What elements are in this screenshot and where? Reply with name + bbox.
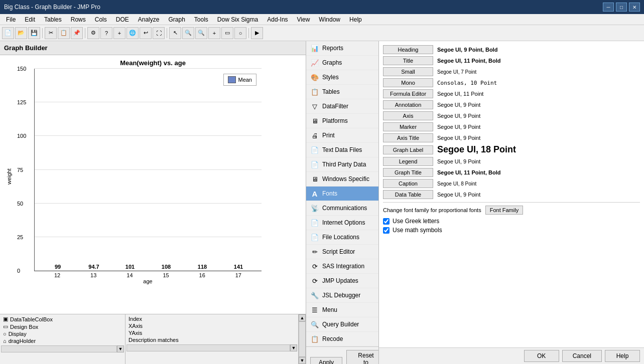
toolbar-sep4 — [248, 28, 249, 38]
menu-cols[interactable]: Cols — [91, 15, 111, 24]
sidebar-item-datafilter[interactable]: ▽ DataFilter — [306, 99, 378, 114]
formulaeditor-font-button[interactable]: Formula Editor — [383, 89, 433, 98]
sidebar-item-textdatafiles[interactable]: 📄 Text Data Files — [306, 143, 378, 157]
toolbar-btn5[interactable]: ⚙ — [87, 27, 99, 39]
bar-group-14: 101 — [116, 264, 144, 271]
help-button[interactable]: Help — [605, 350, 640, 362]
toolbar-cut[interactable]: ✂ — [45, 27, 57, 39]
toolbar-zoom-in[interactable]: 🔍 — [182, 27, 194, 39]
sidebar-item-internetoptions[interactable]: 📄 Internet Options — [306, 216, 378, 230]
sidebar-item-reports[interactable]: 📊 Reports — [306, 41, 378, 56]
sidebar-item-jmpupdates[interactable]: ⟳ JMP Updates — [306, 274, 378, 288]
sidebar-item-graphs-label: Graphs — [322, 59, 342, 66]
toolbar-crosshair[interactable]: + — [208, 27, 220, 39]
sidebar-item-sasintegration[interactable]: ⟳ SAS Integration — [306, 259, 378, 274]
sidebar-item-styles[interactable]: 🎨 Styles — [306, 70, 378, 85]
scroll-down-right[interactable]: ▼ — [290, 344, 297, 351]
horizontal-scrollbar-right[interactable] — [126, 344, 290, 351]
ok-button[interactable]: OK — [524, 350, 559, 362]
menu-dowsixsigma[interactable]: Dow Six Sigma — [213, 15, 262, 24]
datatable-font-button[interactable]: Data Table — [383, 190, 433, 199]
menu-file[interactable]: File — [2, 15, 20, 24]
axis-font-display: Segoe UI, 9 Point — [437, 113, 480, 119]
toolbar-paste[interactable]: 📌 — [71, 27, 83, 39]
axistitle-font-button[interactable]: Axis Title — [383, 133, 433, 142]
graphtitle-font-button[interactable]: Graph Title — [383, 168, 433, 177]
sidebar-item-fonts[interactable]: A Fonts — [306, 187, 378, 201]
scroll-up[interactable]: ▲ — [299, 314, 306, 321]
maximize-button[interactable]: □ — [616, 3, 627, 12]
list-item-designbox[interactable]: ▭ Design Box — [1, 323, 124, 330]
menu-graph[interactable]: Graph — [164, 15, 189, 24]
sidebar-item-recode[interactable]: 📋 Recode — [306, 332, 378, 346]
menu-analyze[interactable]: Analyze — [134, 15, 164, 24]
bar-value-12: 99 — [55, 264, 61, 270]
menu-doe[interactable]: DOE — [112, 15, 133, 24]
caption-font-button[interactable]: Caption — [383, 179, 433, 188]
horizontal-scrollbar[interactable] — [1, 345, 117, 352]
close-button[interactable]: ✕ — [629, 3, 640, 12]
sidebar-item-tables[interactable]: 📋 Tables — [306, 85, 378, 99]
list-item-datatablecolbox[interactable]: ▣ DataTableColBox — [1, 315, 124, 323]
reset-to-defaults-button[interactable]: Reset to Defaults — [346, 350, 379, 364]
bottom-panel: ▣ DataTableColBox ▭ Design Box ○ Display… — [0, 314, 306, 364]
font-row-caption: Caption Segoe UI, 8 Point — [383, 179, 640, 188]
cancel-button[interactable]: Cancel — [562, 350, 602, 362]
list-item-dragholder[interactable]: ⌂ dragHolder — [1, 337, 124, 344]
bar-value-17: 141 — [234, 264, 243, 270]
heading-font-button[interactable]: Heading — [383, 45, 433, 54]
sidebar-item-menu[interactable]: ☰ Menu — [306, 303, 378, 317]
sidebar-item-scripteditor[interactable]: ✏ Script Editor — [306, 245, 378, 259]
menu-window[interactable]: Window — [315, 15, 344, 24]
toolbar-zoom-out[interactable]: 🔍 — [195, 27, 207, 39]
sidebar-item-filelocations[interactable]: 📄 File Locations — [306, 230, 378, 245]
toolbar-btn9[interactable]: ↩ — [140, 27, 152, 39]
toolbar-save[interactable]: 💾 — [28, 27, 40, 39]
math-symbols-checkbox[interactable] — [383, 227, 390, 234]
minimize-button[interactable]: ─ — [603, 3, 614, 12]
menu-tables[interactable]: Tables — [40, 15, 66, 24]
mono-font-button[interactable]: Mono — [383, 78, 433, 87]
sidebar-item-print[interactable]: 🖨 Print — [306, 128, 378, 143]
menu-rows[interactable]: Rows — [67, 15, 90, 24]
sidebar-item-windowsspecific[interactable]: 🖥 Windows Specific — [306, 172, 378, 187]
small-font-button[interactable]: Small — [383, 67, 433, 76]
font-family-button[interactable]: Font Family — [485, 206, 523, 215]
toolbar-new[interactable]: 📄 — [2, 27, 14, 39]
toolbar-btn6[interactable]: ? — [100, 27, 112, 39]
settings-area: Heading Segoe UI, 9 Point, Bold Title Se… — [379, 41, 644, 364]
axis-font-button[interactable]: Axis — [383, 111, 433, 120]
scroll-down[interactable]: ▼ — [299, 357, 306, 364]
list-item-display[interactable]: ○ Display — [1, 330, 124, 337]
annotation-font-button[interactable]: Annotation — [383, 100, 433, 109]
toolbar-select[interactable]: ↖ — [169, 27, 181, 39]
toolbar-btn8[interactable]: 🌐 — [126, 27, 139, 39]
scroll-down-left[interactable]: ▼ — [117, 345, 124, 352]
toolbar-open[interactable]: 📂 — [15, 27, 27, 39]
title-font-button[interactable]: Title — [383, 56, 433, 65]
sidebar-item-communications[interactable]: 📡 Communications — [306, 201, 378, 216]
vertical-scrollbar[interactable] — [299, 321, 306, 357]
marker-font-button[interactable]: Marker — [383, 122, 433, 131]
sidebar-item-querybuilder[interactable]: 🔍 Query Builder — [306, 317, 378, 332]
menu-view[interactable]: View — [293, 15, 314, 24]
menu-help[interactable]: Help — [345, 15, 366, 24]
graphlabel-font-button[interactable]: Graph Label — [383, 145, 433, 154]
greek-letters-checkbox[interactable] — [383, 218, 390, 225]
menu-tools[interactable]: Tools — [190, 15, 212, 24]
toolbar-btn7[interactable]: + — [113, 27, 125, 39]
legend-font-button[interactable]: Legend — [383, 157, 433, 166]
apply-button[interactable]: Apply — [310, 357, 342, 364]
jmpupdates-icon: ⟳ — [310, 276, 319, 285]
sidebar-item-platforms[interactable]: 🖥 Platforms — [306, 114, 378, 128]
toolbar-btn10[interactable]: ⛶ — [153, 27, 165, 39]
toolbar-rect[interactable]: ▭ — [221, 27, 233, 39]
sidebar-item-graphs[interactable]: 📈 Graphs — [306, 56, 378, 70]
sidebar-item-thirdpartydata[interactable]: 📄 Third Party Data — [306, 157, 378, 172]
menu-addins[interactable]: Add-Ins — [263, 15, 292, 24]
toolbar-ellipse[interactable]: ○ — [234, 27, 246, 39]
toolbar-copy[interactable]: 📋 — [58, 27, 70, 39]
toolbar-more[interactable]: ▶ — [251, 27, 263, 39]
sidebar-item-jsldebugger[interactable]: 🔧 JSL Debugger — [306, 288, 378, 303]
menu-edit[interactable]: Edit — [21, 15, 39, 24]
